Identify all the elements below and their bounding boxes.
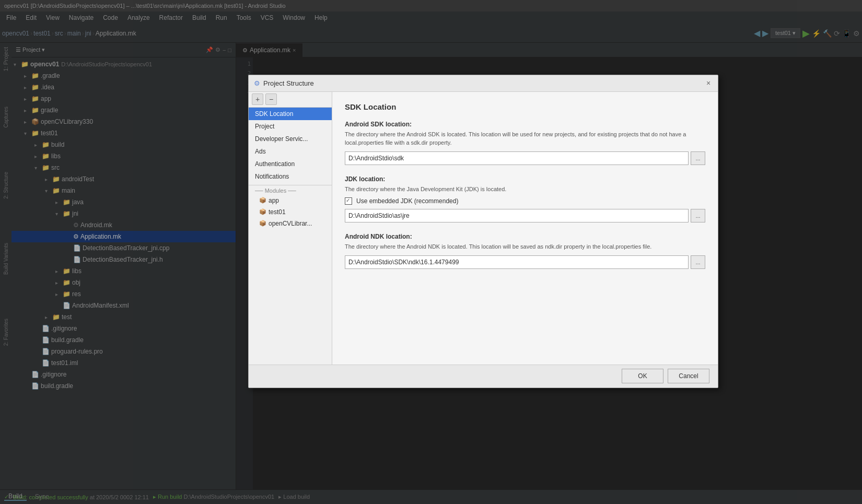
dialog-cancel-button[interactable]: Cancel xyxy=(668,369,709,383)
dialog-footer: OK Cancel xyxy=(249,365,718,388)
android-sdk-label: Android SDK location: xyxy=(345,121,705,128)
android-sdk-field-group: Android SDK location: The directory wher… xyxy=(345,121,705,165)
jdk-input-row: ... xyxy=(345,209,705,222)
jdk-checkbox[interactable] xyxy=(345,197,352,205)
nav-notifications[interactable]: Notifications xyxy=(249,170,332,183)
dialog-gear-icon: ⚙ xyxy=(254,79,260,87)
module-app-label: app xyxy=(269,197,279,204)
module-opencv-icon: 📦 xyxy=(259,220,266,227)
dialog-nav: SDK Location Project Developer Servic...… xyxy=(249,108,332,365)
android-ndk-input[interactable] xyxy=(345,255,689,269)
nav-module-test01[interactable]: 📦 test01 xyxy=(249,206,332,218)
dialog-title: Project Structure xyxy=(263,79,314,87)
android-ndk-browse-button[interactable]: ... xyxy=(691,255,705,269)
sdk-location-title: SDK Location xyxy=(345,102,705,111)
nav-authentication[interactable]: Authentication xyxy=(249,158,332,170)
dialog-titlebar: ⚙ Project Structure × xyxy=(249,75,718,92)
nav-module-app[interactable]: 📦 app xyxy=(249,195,332,206)
dialog-ok-button[interactable]: OK xyxy=(622,369,663,383)
dialog-close-button[interactable]: × xyxy=(704,79,713,87)
module-app-icon: 📦 xyxy=(259,197,266,204)
modal-overlay: ⚙ Project Structure × + − SDK Location P… xyxy=(0,0,862,504)
android-ndk-row: ... xyxy=(345,255,705,269)
module-test01-label: test01 xyxy=(269,208,286,216)
jdk-label: JDK location: xyxy=(345,175,705,183)
jdk-checkbox-row: Use embedded JDK (recommended) xyxy=(345,197,705,205)
android-ndk-description: The directory where the Android NDK is l… xyxy=(345,242,705,251)
module-test01-icon: 📦 xyxy=(259,208,266,215)
jdk-checkbox-label: Use embedded JDK (recommended) xyxy=(356,197,458,205)
project-structure-dialog: ⚙ Project Structure × + − SDK Location P… xyxy=(248,75,718,388)
dialog-body: + − SDK Location Project Developer Servi… xyxy=(249,92,718,365)
nav-sdk-location[interactable]: SDK Location xyxy=(249,108,332,120)
android-sdk-row: ... xyxy=(345,151,705,165)
dialog-remove-button[interactable]: − xyxy=(265,93,277,105)
dialog-left-toolbar: + − xyxy=(249,92,332,108)
android-ndk-label: Android NDK location: xyxy=(345,233,705,240)
android-sdk-description: The directory where the Android SDK is l… xyxy=(345,130,705,147)
android-sdk-browse-button[interactable]: ... xyxy=(691,151,705,165)
modules-section-label: ── Modules ── xyxy=(249,185,332,195)
jdk-input[interactable] xyxy=(345,209,689,222)
dialog-content-panel: SDK Location Android SDK location: The d… xyxy=(332,92,718,365)
jdk-browse-button[interactable]: ... xyxy=(691,209,705,222)
nav-developer-services[interactable]: Developer Servic... xyxy=(249,133,332,145)
dialog-add-button[interactable]: + xyxy=(252,93,263,105)
nav-project[interactable]: Project xyxy=(249,120,332,133)
jdk-field-group: JDK location: The directory where the Ja… xyxy=(345,175,705,223)
android-ndk-field-group: Android NDK location: The directory wher… xyxy=(345,233,705,269)
dialog-left-panel: + − SDK Location Project Developer Servi… xyxy=(249,92,332,365)
nav-module-opencv[interactable]: 📦 openCVLibrar... xyxy=(249,218,332,229)
jdk-description: The directory where the Java Development… xyxy=(345,185,705,194)
android-sdk-input[interactable] xyxy=(345,151,689,165)
module-opencv-label: openCVLibrar... xyxy=(269,220,312,227)
nav-ads[interactable]: Ads xyxy=(249,145,332,158)
